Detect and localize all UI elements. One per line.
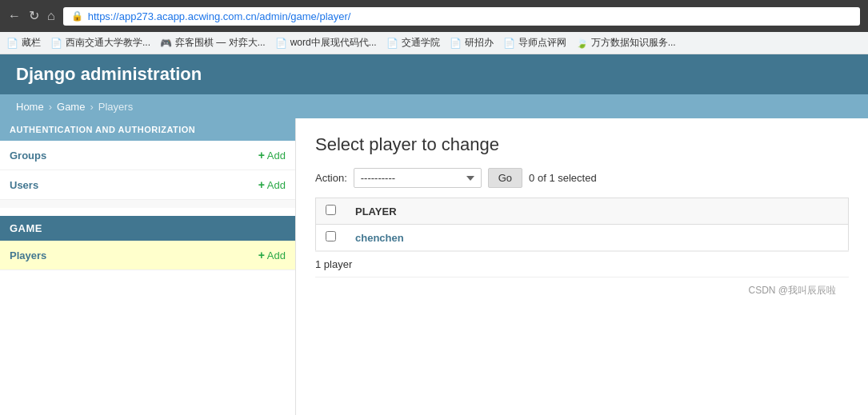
bookmark-icon-yzb: 📄 bbox=[450, 38, 462, 49]
bookmark-xnjt[interactable]: 📄 西南交通大学教学... bbox=[50, 36, 150, 50]
breadcrumb-sep-1: › bbox=[49, 101, 52, 113]
players-label[interactable]: Players bbox=[10, 249, 46, 261]
lock-icon: 🔒 bbox=[71, 10, 83, 22]
sidebar-item-users: Users + Add bbox=[0, 170, 295, 200]
game-section-header: GAME bbox=[0, 216, 295, 241]
main-layout: AUTHENTICATION AND AUTHORIZATION Groups … bbox=[0, 118, 868, 415]
groups-label[interactable]: Groups bbox=[10, 150, 46, 162]
bookmark-icon-jtxy: 📄 bbox=[386, 38, 398, 49]
players-add-link[interactable]: + Add bbox=[258, 249, 286, 261]
users-add-plus: + bbox=[258, 178, 265, 191]
users-label[interactable]: Users bbox=[10, 179, 38, 191]
result-count: 1 player bbox=[315, 251, 849, 277]
selected-count: 0 of 1 selected bbox=[529, 172, 597, 184]
bookmark-icon-wanfang: 🍃 bbox=[576, 38, 588, 49]
home-button[interactable]: ⌂ bbox=[47, 10, 55, 22]
bookmark-weiqui[interactable]: 🎮 弈客围棋 — 对弈大... bbox=[160, 36, 266, 50]
breadcrumb-current: Players bbox=[98, 101, 133, 113]
row-checkbox-cell bbox=[316, 225, 346, 251]
bookmark-word[interactable]: 📄 word中展现代码代... bbox=[275, 36, 377, 50]
bookmark-label-wanfang: 万方数据知识服务... bbox=[591, 36, 676, 50]
action-bar: Action: ---------- Go 0 of 1 selected bbox=[315, 168, 849, 188]
go-button[interactable]: Go bbox=[488, 168, 522, 188]
bookmark-label-dsdy: 导师点评网 bbox=[518, 36, 566, 50]
content-area: Select player to change Action: --------… bbox=[296, 118, 868, 415]
groups-add-link[interactable]: + Add bbox=[258, 149, 286, 162]
data-table: PLAYER chenchen bbox=[315, 198, 849, 251]
users-add-link[interactable]: + Add bbox=[258, 178, 286, 191]
bookmark-icon-cang: 📄 bbox=[6, 38, 18, 49]
player-link[interactable]: chenchen bbox=[355, 232, 404, 244]
bookmark-yzb[interactable]: 📄 研招办 bbox=[450, 36, 494, 50]
table-row: chenchen bbox=[316, 225, 849, 251]
row-checkbox[interactable] bbox=[326, 231, 336, 241]
header-player: PLAYER bbox=[346, 198, 849, 225]
bookmark-label-xnjt: 西南交通大学教学... bbox=[66, 36, 150, 50]
page-title: Select player to change bbox=[315, 134, 849, 155]
sidebar-spacer bbox=[0, 200, 295, 208]
action-select[interactable]: ---------- bbox=[354, 168, 482, 188]
players-add-label: Add bbox=[267, 249, 286, 261]
bookmark-label-jtxy: 交通学院 bbox=[402, 36, 440, 50]
bookmark-label-word: word中展现代码代... bbox=[290, 36, 377, 50]
table-header-row: PLAYER bbox=[316, 198, 849, 225]
back-button[interactable]: ← bbox=[8, 10, 21, 22]
bookmark-icon-xnjt: 📄 bbox=[50, 38, 62, 49]
csdn-footer: CSDN @我叫辰辰啦 bbox=[315, 277, 849, 304]
sidebar: AUTHENTICATION AND AUTHORIZATION Groups … bbox=[0, 118, 296, 415]
bookmark-label-yzb: 研招办 bbox=[465, 36, 494, 50]
bookmark-wanfang[interactable]: 🍃 万方数据知识服务... bbox=[576, 36, 676, 50]
breadcrumb-game[interactable]: Game bbox=[57, 101, 85, 113]
site-title: Django administration bbox=[16, 64, 202, 85]
groups-add-label: Add bbox=[267, 150, 286, 162]
sidebar-item-players: Players + Add bbox=[0, 241, 295, 270]
breadcrumb-sep-2: › bbox=[90, 101, 93, 113]
bookmark-label-cang: 藏栏 bbox=[22, 36, 41, 50]
auth-section-header: AUTHENTICATION AND AUTHORIZATION bbox=[0, 118, 295, 141]
bookmark-jtxy[interactable]: 📄 交通学院 bbox=[386, 36, 440, 50]
players-add-plus: + bbox=[258, 249, 265, 261]
row-player-cell: chenchen bbox=[346, 225, 849, 251]
reload-button[interactable]: ↻ bbox=[29, 10, 39, 22]
bookmark-icon-word: 📄 bbox=[275, 38, 287, 49]
bookmark-icon-dsdy: 📄 bbox=[503, 38, 515, 49]
url-bar[interactable]: 🔒 https://app273.acapp.acwing.com.cn/adm… bbox=[63, 7, 860, 26]
groups-add-plus: + bbox=[258, 149, 265, 162]
bookmarks-bar: 📄 藏栏 📄 西南交通大学教学... 🎮 弈客围棋 — 对弈大... 📄 wor… bbox=[0, 32, 868, 54]
bookmark-icon-weiqui: 🎮 bbox=[160, 38, 172, 49]
sidebar-item-groups: Groups + Add bbox=[0, 141, 295, 170]
action-label: Action: bbox=[315, 172, 347, 184]
bookmark-dsdy[interactable]: 📄 导师点评网 bbox=[503, 36, 566, 50]
django-header: Django administration bbox=[0, 54, 868, 94]
header-checkbox-cell bbox=[316, 198, 346, 225]
bookmark-label-weiqui: 弈客围棋 — 对弈大... bbox=[175, 36, 266, 50]
breadcrumb-home[interactable]: Home bbox=[16, 101, 44, 113]
url-text: https://app273.acapp.acwing.com.cn/admin… bbox=[88, 10, 351, 22]
users-add-label: Add bbox=[267, 179, 286, 191]
breadcrumb-bar: Home › Game › Players bbox=[0, 94, 868, 118]
select-all-checkbox[interactable] bbox=[326, 205, 336, 215]
browser-chrome: ← ↻ ⌂ 🔒 https://app273.acapp.acwing.com.… bbox=[0, 0, 868, 32]
bookmark-cang[interactable]: 📄 藏栏 bbox=[6, 36, 41, 50]
